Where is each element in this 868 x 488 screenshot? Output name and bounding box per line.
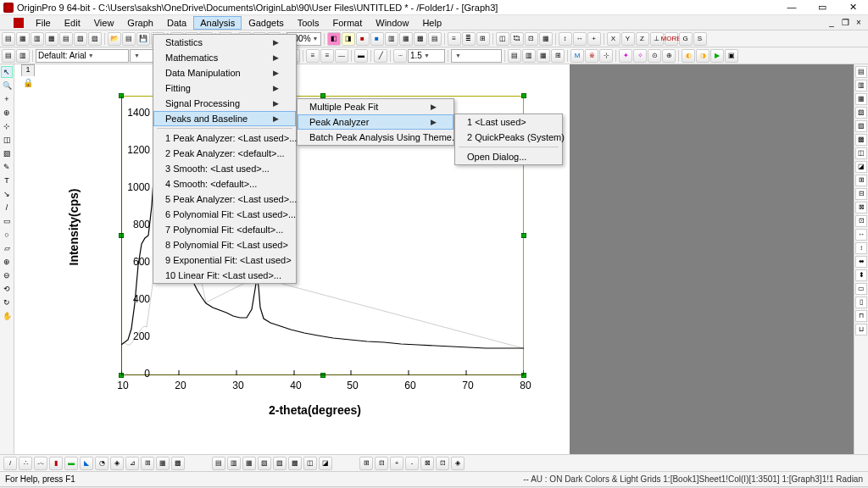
arrow-tool-icon[interactable]: ↘ [1,188,13,200]
tb-icon[interactable]: ≣ [462,32,476,46]
menu-item-recent[interactable]: 8 Polynomial Fit: <Last used> [153,237,296,252]
line-plot-icon[interactable]: / [3,457,17,470]
menu-item-peaks-baseline[interactable]: Peaks and Baseline▶ [153,111,296,126]
tb2-icon[interactable]: ▤ [508,49,521,63]
graph-canvas[interactable]: 1 🔒 [14,64,854,454]
new-matrix-icon[interactable]: ▩ [45,32,58,46]
bt-icon[interactable]: ▩ [288,457,302,470]
menu-item-last-used[interactable]: 1 <Last used> [455,114,562,130]
tb2-icon[interactable]: ▶ [710,49,724,63]
menu-edit[interactable]: Edit [58,16,87,30]
align-center-icon[interactable]: ≡ [320,49,334,63]
region-tool-icon[interactable]: ▱ [1,242,13,254]
rt-icon[interactable]: ⬍ [855,269,867,281]
bt-icon[interactable]: ▦ [242,457,256,470]
tb2-icon[interactable]: ◑ [696,49,709,63]
plot-icon[interactable]: ⊞ [141,457,154,470]
mdi-minimize-button[interactable]: _ [826,18,837,27]
rescale-icon[interactable]: ⟲ [1,283,13,295]
new-notes-icon[interactable]: ▤ [59,32,73,46]
y-axis-label[interactable]: Intensity(cps) [67,188,81,265]
font-combo[interactable]: Default: Arial▼ [36,49,129,63]
rt-icon[interactable]: ▩ [855,134,867,146]
menu-item-fitting[interactable]: Fitting▶ [153,80,296,96]
rt-icon[interactable]: ⊔ [855,324,867,336]
menu-gadgets[interactable]: Gadgets [242,16,291,30]
rt-icon[interactable]: ▭ [855,283,867,295]
menu-item-recent[interactable]: 5 Peak Analyzer: <Last used>... [153,191,296,207]
menu-item-mathematics[interactable]: Mathematics▶ [153,50,296,65]
mask-tool-icon[interactable]: ▨ [1,147,13,159]
tb-icon[interactable]: S [693,32,707,46]
menu-file[interactable]: File [29,16,58,30]
bt-icon[interactable]: ⊞ [359,457,373,470]
rt-icon[interactable]: ▦ [855,93,867,105]
maximize-button[interactable]: ▭ [810,2,834,13]
hand-tool-icon[interactable]: ✋ [1,310,13,322]
results-log-icon[interactable]: ▥ [16,49,30,63]
tb-icon[interactable]: X [607,32,620,46]
rt-icon[interactable]: ▥ [855,80,867,92]
tb2-icon[interactable]: ▦ [537,49,550,63]
tb-icon[interactable]: Z [636,32,649,46]
menu-format[interactable]: Format [326,16,369,30]
tb-icon[interactable]: ⿻ [510,32,524,46]
line-symbol-icon[interactable]: -·- [34,457,47,470]
save-icon[interactable]: 💾 [136,32,150,46]
line-style-icon[interactable]: — [335,49,348,63]
bt-icon[interactable]: ▧ [258,457,271,470]
tb-icon[interactable]: MORE [665,32,678,46]
menu-view[interactable]: View [87,16,121,30]
tb2-icon[interactable]: ※ [585,49,598,63]
open-template-icon[interactable]: ▤ [122,32,136,46]
menu-item-recent[interactable]: 3 Smooth: <Last used>... [153,161,296,176]
scatter-plot-icon[interactable]: ∴ [19,457,32,470]
new-project-icon[interactable]: ▤ [2,32,15,46]
tb-icon[interactable]: ▦ [399,32,413,46]
new-graph-icon[interactable]: ▥ [31,32,44,46]
rt-icon[interactable]: ⊡ [855,215,867,227]
rt-icon[interactable]: ▧ [855,107,867,119]
tb-icon[interactable]: ↕ [559,32,572,46]
fill-color-icon[interactable]: ▬ [354,49,368,63]
menu-analysis[interactable]: Analysis [193,16,242,30]
zoom-tool-icon[interactable]: 🔍 [1,80,13,92]
tb2-icon[interactable]: ▣ [725,49,738,63]
menu-item-recent[interactable]: 6 Polynomial Fit: <Last used>... [153,207,296,222]
column-plot-icon[interactable]: ▮ [49,457,63,470]
area-plot-icon[interactable]: ◣ [80,457,93,470]
align-left-icon[interactable]: ≡ [306,49,320,63]
tb-icon[interactable]: ▤ [428,32,442,46]
menu-window[interactable]: Window [369,16,415,30]
rotate-icon[interactable]: ↻ [1,297,13,308]
data-reader-icon[interactable]: ⊹ [1,120,13,132]
new-excel-icon[interactable]: ▨ [88,32,102,46]
rt-icon[interactable]: ↕ [855,242,867,254]
bt-icon[interactable]: ◪ [319,457,332,470]
tb-icon[interactable]: ≡ [448,32,461,46]
plot-icon[interactable]: ⊿ [125,457,139,470]
bt-icon[interactable]: ▥ [227,457,241,470]
tb2-icon[interactable]: ⊙ [648,49,661,63]
menu-item-recent[interactable]: 2 Peak Analyzer: <default>... [153,146,296,161]
rect-tool-icon[interactable]: ▭ [1,215,13,227]
menu-item-quickpeaks[interactable]: 2 QuickPeaks (System) [455,130,562,145]
menu-item-recent[interactable]: 9 Exponential Fit: <Last used> [153,252,296,268]
menu-item-signal-processing[interactable]: Signal Processing▶ [153,96,296,111]
menu-item-recent[interactable]: 4 Smooth: <default>... [153,176,296,191]
tb2-icon[interactable]: ✦ [619,49,632,63]
tb2-icon[interactable]: ◐ [682,49,695,63]
tb2-icon[interactable]: ▥ [522,49,536,63]
pointer-tool-icon[interactable]: ↖ [1,66,13,78]
menu-item-recent[interactable]: 1 Peak Analyzer: <Last used>... [153,130,296,146]
line-weight-combo[interactable]: 1.5▼ [408,49,445,63]
menu-item-open-dialog[interactable]: Open Dialog... [455,149,562,164]
data-selector-icon[interactable]: ◫ [1,134,13,146]
project-explorer-icon[interactable]: ▤ [2,49,15,63]
tb2-icon[interactable]: ✧ [633,49,647,63]
bt-icon[interactable]: ⊡ [436,457,449,470]
rt-icon[interactable]: ⬌ [855,256,867,268]
tb-icon[interactable]: ◧ [327,32,341,46]
bt-icon[interactable]: ▨ [273,457,287,470]
screen-reader-icon[interactable]: ⊕ [1,107,13,119]
